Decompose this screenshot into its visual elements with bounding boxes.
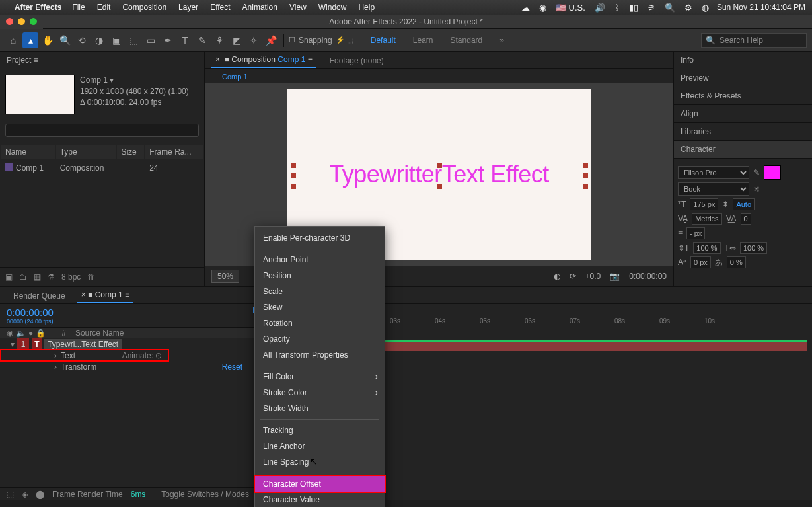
puppet-tool[interactable]: 📌 bbox=[263, 32, 279, 48]
pen-tool[interactable]: ✒ bbox=[160, 32, 176, 48]
menu-item-position[interactable]: Position bbox=[255, 268, 385, 284]
workspace-default[interactable]: Default bbox=[371, 36, 396, 45]
menu-edit[interactable]: Edit bbox=[97, 3, 111, 12]
menu-item-anchor-point[interactable]: Anchor Point bbox=[255, 252, 385, 268]
menu-item-rotation[interactable]: Rotation bbox=[255, 315, 385, 331]
preview-time[interactable]: 0:00:00:00 bbox=[629, 272, 667, 281]
menu-item-character-offset[interactable]: Character Offset bbox=[255, 476, 385, 492]
camera-tool[interactable]: ▣ bbox=[108, 32, 124, 48]
composition-tab[interactable]: × ■ Composition Comp 1 ≡ bbox=[211, 52, 316, 68]
spotlight-icon[interactable]: 🔍 bbox=[665, 3, 675, 13]
menubar-clock[interactable]: Sun Nov 21 10:41:04 PM bbox=[717, 3, 805, 12]
swap-colors-icon[interactable]: ⤭ bbox=[753, 184, 760, 194]
font-family[interactable]: Filson Pro bbox=[678, 166, 749, 179]
transform-handle[interactable] bbox=[437, 184, 442, 189]
menu-item-tracking[interactable]: Tracking bbox=[255, 422, 385, 438]
shy-icon[interactable]: ⬚ bbox=[7, 490, 14, 499]
rotation-tool[interactable]: ◑ bbox=[91, 32, 107, 48]
input-flag[interactable]: 🇺🇸 U.S. bbox=[556, 3, 585, 13]
color-mgmt-icon[interactable]: ◐ bbox=[554, 272, 560, 281]
audio-col-icon[interactable]: 🔈 bbox=[16, 329, 26, 338]
new-folder-icon[interactable]: 🗀 bbox=[19, 272, 27, 282]
workspace-learn[interactable]: Learn bbox=[413, 36, 433, 45]
trash-icon[interactable]: 🗑 bbox=[87, 272, 95, 282]
clone-tool[interactable]: ⚘ bbox=[211, 32, 227, 48]
panel-libraries[interactable]: Libraries bbox=[674, 123, 812, 141]
comp-subtab[interactable]: Comp 1 bbox=[218, 71, 252, 83]
project-row[interactable]: Comp 1 Composition 24 bbox=[1, 161, 203, 175]
menu-item-line-spacing[interactable]: Line Spacing bbox=[255, 454, 385, 470]
snapshot-icon[interactable]: 📷 bbox=[610, 272, 620, 281]
minimize-window[interactable] bbox=[18, 18, 25, 25]
baseline-shift[interactable]: 0 px bbox=[690, 256, 711, 268]
transform-handle[interactable] bbox=[291, 173, 296, 178]
panel-info[interactable]: Info bbox=[674, 52, 812, 69]
shape-tool[interactable]: ▭ bbox=[143, 32, 159, 48]
battery-icon[interactable]: ▮▯ bbox=[629, 3, 638, 13]
transform-handle[interactable] bbox=[583, 184, 588, 189]
animate-menu-trigger[interactable]: Animate: ⊙ bbox=[122, 351, 162, 360]
reset-transform[interactable]: Reset bbox=[222, 362, 242, 371]
transform-handle[interactable] bbox=[583, 173, 588, 178]
exposure-value[interactable]: +0.0 bbox=[585, 272, 601, 281]
property-transform[interactable]: ›Transform Reset bbox=[0, 361, 256, 372]
cloud-icon[interactable]: ☁︎ bbox=[521, 3, 530, 13]
transform-handle[interactable] bbox=[291, 163, 296, 168]
menu-window[interactable]: Window bbox=[318, 3, 347, 12]
font-weight[interactable]: Book bbox=[678, 182, 749, 196]
close-window[interactable] bbox=[6, 18, 13, 25]
current-timecode[interactable]: 0:00:00:00 bbox=[7, 307, 54, 318]
menu-item-character-value[interactable]: Character Value bbox=[255, 492, 385, 507]
snapping-toggle[interactable]: ☐ Snapping ⚡ ⬚ bbox=[289, 36, 353, 45]
layer-row[interactable]: ▾ 1 T Typewri...Text Effect bbox=[0, 338, 256, 350]
tab-timeline-comp[interactable]: × ■ Comp 1 ≡ bbox=[77, 288, 133, 303]
menu-item-stroke-color[interactable]: Stroke Color bbox=[255, 385, 385, 401]
font-size[interactable]: 175 px bbox=[690, 198, 718, 210]
siri-icon[interactable]: ◍ bbox=[702, 3, 709, 13]
panel-preview[interactable]: Preview bbox=[674, 69, 812, 87]
wifi-icon[interactable]: ⚞ bbox=[647, 3, 655, 13]
reset-exposure-icon[interactable]: ⟳ bbox=[570, 272, 576, 281]
transform-handle[interactable] bbox=[437, 163, 442, 168]
zoom-window[interactable] bbox=[30, 18, 37, 25]
col-name[interactable]: Name bbox=[1, 145, 55, 159]
vertical-scale[interactable]: 100 % bbox=[693, 242, 720, 254]
workspace-standard[interactable]: Standard bbox=[451, 36, 483, 45]
stroke-width[interactable]: - px bbox=[686, 227, 705, 239]
menu-layer[interactable]: Layer bbox=[178, 3, 198, 12]
menu-file[interactable]: File bbox=[72, 3, 85, 12]
volume-icon[interactable]: 🔊 bbox=[595, 3, 605, 13]
menu-item-stroke-width[interactable]: Stroke Width bbox=[255, 401, 385, 416]
horizontal-scale[interactable]: 100 % bbox=[740, 242, 767, 254]
type-tool[interactable]: T bbox=[177, 32, 193, 48]
footage-tab[interactable]: Footage (none) bbox=[326, 54, 388, 68]
zoom-tool[interactable]: 🔍 bbox=[57, 32, 73, 48]
control-center-icon[interactable]: ⚙ bbox=[684, 3, 692, 13]
zoom-dropdown[interactable]: 50% bbox=[211, 270, 239, 283]
brush-tool[interactable]: ✎ bbox=[194, 32, 210, 48]
project-search[interactable] bbox=[5, 124, 199, 137]
bpc-label[interactable]: 8 bpc bbox=[61, 272, 81, 282]
pan-behind-tool[interactable]: ⬚ bbox=[126, 32, 141, 48]
eraser-tool[interactable]: ◩ bbox=[229, 32, 244, 48]
help-search[interactable]: 🔍 Search Help bbox=[701, 33, 807, 48]
comp-thumbnail[interactable] bbox=[5, 75, 75, 114]
col-type[interactable]: Type bbox=[56, 145, 116, 159]
transform-handle[interactable] bbox=[291, 184, 296, 189]
menu-item-fill-color[interactable]: Fill Color bbox=[255, 369, 385, 385]
motion-blur-icon[interactable]: ⬤ bbox=[36, 490, 44, 499]
source-name-col[interactable]: Source Name bbox=[75, 329, 124, 338]
hand-tool[interactable]: ✋ bbox=[40, 32, 55, 48]
leading[interactable]: Auto bbox=[733, 198, 755, 210]
fill-color-swatch[interactable] bbox=[764, 165, 781, 180]
menu-item-scale[interactable]: Scale bbox=[255, 284, 385, 299]
frame-blend-icon[interactable]: ◈ bbox=[22, 490, 28, 499]
layer-name[interactable]: Typewri...Text Effect bbox=[44, 339, 122, 350]
project-panel-label[interactable]: Project bbox=[7, 56, 31, 65]
new-comp-icon[interactable]: ▦ bbox=[34, 272, 41, 282]
tracking-val[interactable]: 0 bbox=[741, 213, 751, 225]
workspace-overflow[interactable]: » bbox=[499, 36, 504, 45]
menu-item-opacity[interactable]: Opacity bbox=[255, 331, 385, 347]
col-size[interactable]: Size bbox=[117, 145, 144, 159]
tab-render-queue[interactable]: Render Queue bbox=[9, 289, 69, 303]
